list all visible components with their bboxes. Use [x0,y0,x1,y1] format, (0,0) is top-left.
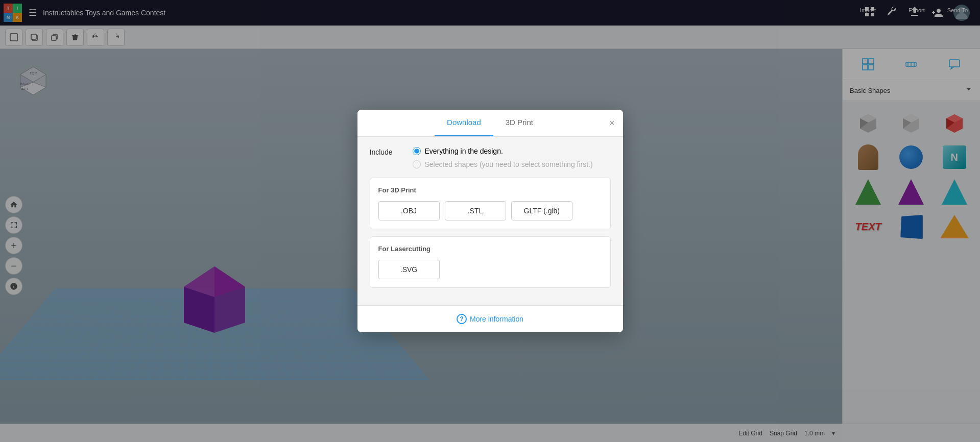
radio-selected-input[interactable] [413,160,421,168]
radio-group: Everything in the design. Selected shape… [413,147,593,168]
format-laser-title: For Lasercutting [378,245,602,253]
radio-everything-input[interactable] [413,147,421,155]
more-info-label: More information [470,315,523,323]
modal-footer: ? More information [357,305,623,332]
tab-3dprint[interactable]: 3D Print [493,110,545,136]
format-obj-btn[interactable]: .OBJ [378,201,440,220]
format-gltf-btn[interactable]: GLTF (.glb) [511,201,573,220]
radio-everything[interactable]: Everything in the design. [413,147,593,155]
format-section-laser: For Lasercutting .SVG [370,236,611,288]
radio-selected[interactable]: Selected shapes (you need to select some… [413,160,593,168]
more-info-link[interactable]: ? More information [457,314,523,324]
more-info-icon: ? [457,314,467,324]
download-modal: Download 3D Print × Include Everything i… [357,110,623,332]
modal-header: Download 3D Print × [357,110,623,137]
modal-close-btn[interactable]: × [609,118,615,128]
modal-overlay[interactable]: Download 3D Print × Include Everything i… [0,0,980,442]
format-3dprint-title: For 3D Print [378,186,602,194]
include-section: Include Everything in the design. Select… [370,147,611,168]
radio-everything-label: Everything in the design. [425,147,503,155]
modal-body: Include Everything in the design. Select… [357,137,623,305]
tab-download[interactable]: Download [435,110,493,136]
radio-selected-label: Selected shapes (you need to select some… [425,160,593,168]
format-stl-btn[interactable]: .STL [445,201,506,220]
format-svg-btn[interactable]: .SVG [378,260,440,279]
include-label: Include [370,147,400,156]
format-buttons-3dprint: .OBJ .STL GLTF (.glb) [378,201,602,220]
format-buttons-laser: .SVG [378,260,602,279]
format-section-3dprint: For 3D Print .OBJ .STL GLTF (.glb) [370,178,611,229]
